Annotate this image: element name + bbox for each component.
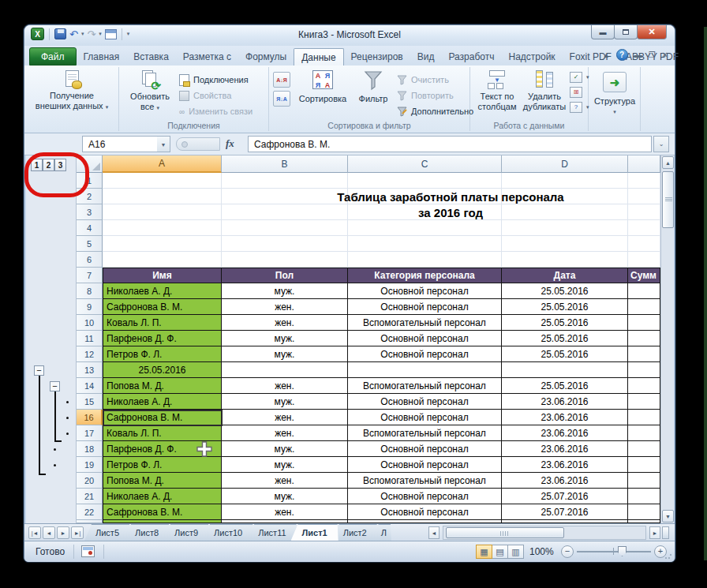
- horizontal-scrollbar-thumb[interactable]: [446, 527, 564, 538]
- cell-category[interactable]: Основной персонал: [348, 457, 502, 473]
- cell-sum[interactable]: [628, 346, 660, 362]
- resize-grip[interactable]: [664, 552, 672, 560]
- zoom-slider-track[interactable]: [577, 551, 651, 552]
- sheet-tab[interactable]: Лист9: [163, 524, 209, 541]
- sheet-tab[interactable]: Лист2: [332, 524, 378, 541]
- cell-category[interactable]: Вспомогательный персонал: [348, 425, 502, 441]
- cell-category[interactable]: Основной персонал: [348, 331, 502, 346]
- cell-gender[interactable]: муж.: [222, 394, 348, 410]
- column-header-b[interactable]: B: [222, 155, 348, 173]
- qat-customize-icon[interactable]: ▾: [127, 31, 130, 37]
- cell-name[interactable]: Николаев А. Д.: [103, 283, 222, 299]
- zoom-slider-thumb[interactable]: [618, 546, 627, 556]
- header-category[interactable]: Категория персонала: [348, 268, 502, 283]
- collapse-ribbon-icon[interactable]: ▲: [603, 51, 610, 59]
- tab-review[interactable]: Рецензиров: [344, 48, 410, 66]
- cell-name[interactable]: Попова М. Д.: [103, 473, 222, 489]
- row-header[interactable]: 11: [77, 331, 103, 346]
- tab-insert[interactable]: Вставка: [126, 48, 176, 66]
- tab-home[interactable]: Главная: [77, 48, 127, 66]
- cell-category[interactable]: Основной персонал: [348, 283, 502, 299]
- advanced-filter-button[interactable]: Дополнительно: [397, 103, 473, 119]
- undo-dropdown-icon[interactable]: ▾: [81, 31, 84, 37]
- cell-sum[interactable]: [628, 331, 660, 346]
- cell-date[interactable]: 25.05.2016: [502, 283, 628, 299]
- cell-date[interactable]: 23.06.2016: [502, 457, 628, 473]
- scroll-up-icon[interactable]: ▲: [662, 156, 674, 169]
- cell-sum[interactable]: [628, 457, 660, 473]
- cell-gender[interactable]: жен.: [222, 299, 348, 315]
- tab-file[interactable]: Файл: [29, 47, 77, 66]
- view-normal-icon[interactable]: ▦: [476, 545, 492, 559]
- cell-sum[interactable]: [628, 425, 660, 441]
- cell-gender[interactable]: муж.: [222, 457, 348, 473]
- cell-category[interactable]: Основной персонал: [348, 441, 502, 457]
- sheet-tab[interactable]: Лист10: [203, 524, 253, 541]
- cell-sum[interactable]: [628, 410, 660, 425]
- excel-logo-icon[interactable]: X: [31, 28, 44, 40]
- cell-gender[interactable]: жен.: [222, 315, 348, 331]
- macro-record-icon[interactable]: [81, 545, 95, 557]
- horizontal-scrollbar[interactable]: [443, 526, 646, 540]
- text-to-columns-button[interactable]: ▼ Текст по столбцам: [473, 70, 521, 112]
- cell-category[interactable]: Основной персонал: [348, 504, 502, 520]
- prev-sheet-icon[interactable]: ◄: [43, 526, 55, 539]
- cell-sum[interactable]: [628, 378, 660, 394]
- cell-gender[interactable]: жен.: [222, 378, 348, 394]
- cell-date[interactable]: 23.06.2016: [502, 473, 628, 489]
- cell-date[interactable]: 25.05.2016: [502, 346, 628, 362]
- cell-gender[interactable]: муж.: [222, 441, 348, 457]
- row-header[interactable]: 19: [77, 457, 103, 473]
- sheet-tab-active[interactable]: Лист1: [291, 524, 339, 541]
- cell-name[interactable]: Сафронова В. М.: [103, 299, 222, 315]
- cell-name[interactable]: Коваль Л. П.: [103, 425, 222, 441]
- zoom-level[interactable]: 100%: [529, 546, 554, 557]
- sort-button[interactable]: АЯЯА Сортировка: [294, 70, 351, 104]
- column-header-d[interactable]: D: [502, 155, 628, 173]
- formula-input[interactable]: Сафронова В. М.: [248, 136, 652, 152]
- tab-developer[interactable]: Разработч: [441, 48, 501, 66]
- cell-gender[interactable]: жен.: [222, 473, 348, 489]
- connections-button[interactable]: Подключения: [179, 72, 252, 88]
- close-button[interactable]: ✕: [637, 25, 667, 39]
- cell-name[interactable]: Петров Ф. Л.: [103, 346, 222, 362]
- column-header-a[interactable]: A: [103, 155, 222, 173]
- header-name[interactable]: Имя: [103, 268, 222, 283]
- get-external-data-button[interactable]: Получение внешних данных ▾: [28, 70, 115, 112]
- scroll-down-icon[interactable]: ▼: [662, 510, 674, 522]
- row-header[interactable]: 18: [77, 441, 103, 457]
- collapse-group-button[interactable]: −: [34, 365, 44, 376]
- name-box-dropdown-icon[interactable]: ▼: [157, 136, 170, 152]
- first-sheet-icon[interactable]: |◄: [28, 526, 41, 539]
- cell-category[interactable]: Основной персонал: [348, 299, 502, 315]
- restore-button[interactable]: [614, 25, 638, 39]
- cell-category[interactable]: Вспомогательный персонал: [348, 473, 502, 489]
- tab-split-handle[interactable]: [662, 526, 669, 539]
- row-header[interactable]: 17: [77, 425, 103, 441]
- row-header[interactable]: 5: [77, 236, 103, 252]
- cell-date[interactable]: 23.06.2016: [502, 441, 628, 457]
- cell-date[interactable]: 25.05.2016: [502, 378, 628, 394]
- data-validation-button[interactable]: ✓▾: [570, 71, 589, 84]
- cell-name[interactable]: Сафронова В. М.: [103, 504, 222, 520]
- insert-function-icon[interactable]: fx: [226, 137, 234, 150]
- cell-name[interactable]: Петров Ф. Л.: [103, 457, 222, 473]
- refresh-all-button[interactable]: ⟳ Обновить все ▾: [125, 70, 174, 113]
- outline-structure-button[interactable]: ➜ Структура ▾: [590, 72, 639, 117]
- sheet-tab[interactable]: Лист11: [247, 524, 297, 541]
- row-header[interactable]: 12: [77, 346, 103, 362]
- row-header[interactable]: 3: [77, 204, 103, 220]
- cell-name[interactable]: Коваль Л. П.: [103, 315, 222, 331]
- cell-category[interactable]: Вспомогательный персонал: [348, 378, 502, 394]
- vertical-scrollbar-thumb[interactable]: [662, 171, 674, 228]
- cell-category[interactable]: Вспомогательный персонал: [348, 315, 502, 331]
- tab-data[interactable]: Данные: [294, 48, 343, 66]
- cell-date[interactable]: [502, 362, 628, 378]
- row-header[interactable]: 20: [77, 473, 103, 489]
- cell-gender[interactable]: муж.: [222, 346, 348, 362]
- cell-gender[interactable]: [222, 362, 348, 378]
- cell-date[interactable]: 23.06.2016: [502, 410, 628, 425]
- cell-sum[interactable]: [628, 283, 660, 299]
- workbook-minimize-icon[interactable]: ▬: [634, 51, 642, 59]
- view-page-layout-icon[interactable]: ▤: [492, 545, 508, 559]
